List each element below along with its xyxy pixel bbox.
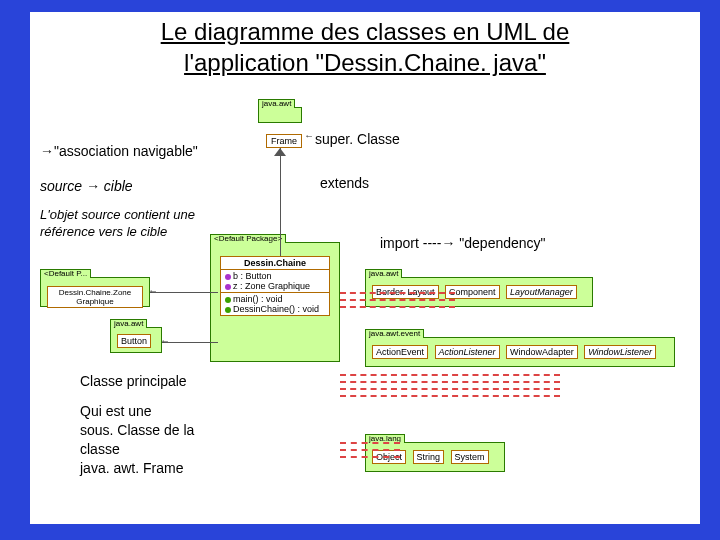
annot-sous-l3: classe bbox=[80, 441, 120, 457]
annot-sous-l4: java. awt. Frame bbox=[80, 460, 183, 476]
pkg-java-awt-left: java.awt Button bbox=[110, 327, 162, 353]
dep-line-evt-1 bbox=[340, 374, 560, 376]
extends-line bbox=[280, 148, 281, 256]
arrow-left-super: ← bbox=[304, 130, 314, 141]
class-window-adapter: WindowAdapter bbox=[506, 345, 578, 359]
field-icon bbox=[225, 284, 231, 290]
dep-line-lang-1 bbox=[340, 442, 400, 444]
pkg-default-left: <Default P... Dessin.Chaine.Zone Graphiq… bbox=[40, 277, 150, 307]
dep-line-evt-4 bbox=[340, 395, 560, 397]
class-dessin-chaine: Dessin.Chaine b : Button z : Zone Graphi… bbox=[220, 256, 330, 316]
title-line-2: l'application "Dessin.Chaine. java" bbox=[184, 49, 546, 76]
pkg-tab-awt-left: java.awt bbox=[110, 319, 147, 328]
class-system: System bbox=[451, 450, 489, 464]
slide-surface: Le diagramme des classes en UML de l'app… bbox=[30, 12, 700, 524]
class-button-left: Button bbox=[117, 334, 151, 348]
annot-sousclasse: Qui est une sous. Classe de la classe ja… bbox=[80, 402, 194, 478]
op-ctor: DessinChaine() : void bbox=[225, 304, 325, 314]
annot-objet: L'objet source contient une référence ve… bbox=[40, 207, 195, 241]
annot-import: import ----→ "dependency" bbox=[380, 234, 546, 252]
pkg-tab-default-left: <Default P... bbox=[40, 269, 91, 278]
assoc-line-zone bbox=[150, 292, 218, 293]
dep-line-awt-1 bbox=[340, 292, 455, 294]
pkg-tab-awt-event: java.awt.event bbox=[365, 329, 424, 338]
class-string: String bbox=[413, 450, 445, 464]
dep-line-lang-2 bbox=[340, 449, 400, 451]
annot-sous-l2: sous. Classe de la bbox=[80, 422, 194, 438]
attr-z-text: z : Zone Graphique bbox=[233, 281, 310, 291]
pkg-tab: java.awt bbox=[258, 99, 295, 108]
annot-source-cible: source → cible bbox=[40, 177, 133, 195]
annot-principale: Classe principale bbox=[80, 372, 187, 390]
dep-line-evt-2 bbox=[340, 381, 560, 383]
attr-z: z : Zone Graphique bbox=[225, 281, 325, 291]
annot-super: super. Classe bbox=[315, 130, 400, 148]
class-window-listener: WindowListener bbox=[584, 345, 656, 359]
title-line-1: Le diagramme des classes en UML de bbox=[161, 18, 570, 45]
op-main-text: main() : void bbox=[233, 294, 283, 304]
dep-line-awt-2 bbox=[340, 299, 455, 301]
annot-objet-l2: référence vers le cible bbox=[40, 224, 167, 239]
dep-line-awt-3 bbox=[340, 306, 455, 308]
class-zone-left: Dessin.Chaine.Zone Graphique bbox=[47, 286, 143, 308]
op-ctor-text: DessinChaine() : void bbox=[233, 304, 319, 314]
assoc-arrow-button: ← bbox=[160, 335, 170, 346]
attr-b: b : Button bbox=[225, 271, 325, 281]
pkg-java-awt-event: java.awt.event ActionEvent ActionListene… bbox=[365, 337, 675, 367]
annot-sous-l1: Qui est une bbox=[80, 403, 152, 419]
attr-b-text: b : Button bbox=[233, 271, 272, 281]
annot-extends: extends bbox=[320, 174, 369, 192]
extends-arrowhead-icon bbox=[274, 148, 286, 156]
class-layout-manager: LayoutManager bbox=[506, 285, 577, 299]
class-action-listener: ActionListener bbox=[435, 345, 500, 359]
method-icon bbox=[225, 307, 231, 313]
pkg-tab-awt-right: java.awt bbox=[365, 269, 402, 278]
pkg-tab-default-mid: <Default Package> bbox=[210, 234, 286, 243]
field-icon bbox=[225, 274, 231, 280]
slide-title: Le diagramme des classes en UML de l'app… bbox=[30, 12, 700, 78]
op-main: main() : void bbox=[225, 294, 325, 304]
dep-line-lang-3 bbox=[340, 456, 400, 458]
class-dessin-name: Dessin.Chaine bbox=[221, 257, 329, 270]
pkg-java-awt-top: java.awt bbox=[258, 107, 302, 123]
annot-objet-l1: L'objet source contient une bbox=[40, 207, 195, 222]
assoc-line-button bbox=[162, 342, 218, 343]
annot-association: →"association navigable" bbox=[40, 142, 198, 160]
method-icon bbox=[225, 297, 231, 303]
dep-line-evt-3 bbox=[340, 388, 560, 390]
class-frame: Frame bbox=[266, 134, 302, 148]
assoc-arrow-zone: ← bbox=[148, 285, 158, 296]
class-action-event: ActionEvent bbox=[372, 345, 428, 359]
